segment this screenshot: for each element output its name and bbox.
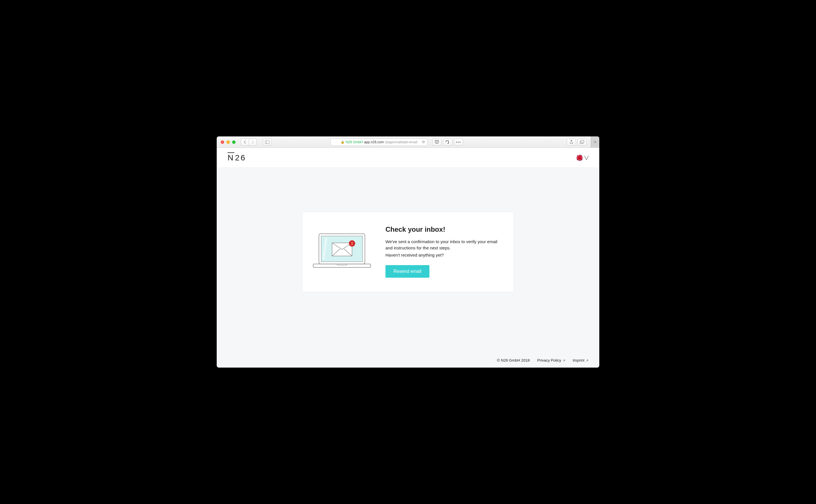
new-tab-button[interactable]: + bbox=[591, 136, 599, 148]
footer-imprint-link[interactable]: Imprint ↗ bbox=[573, 358, 589, 362]
url-path: /pages/validate-email bbox=[385, 140, 417, 144]
back-button[interactable] bbox=[241, 139, 249, 146]
minimize-window-icon[interactable] bbox=[226, 140, 230, 144]
browser-window: 🔒 N26 GmbH app.n26.com/pages/validate-em… bbox=[217, 136, 599, 368]
url-domain: app.n26.com bbox=[364, 140, 384, 144]
external-link-icon: ↗ bbox=[562, 359, 565, 362]
card-text-line2: Haven't received anything yet? bbox=[385, 252, 502, 259]
toolbar-right: ••• bbox=[432, 139, 464, 146]
browser-toolbar: 🔒 N26 GmbH app.n26.com/pages/validate-em… bbox=[217, 136, 599, 148]
logo-26: 26 bbox=[235, 153, 246, 162]
card-title: Check your inbox! bbox=[385, 225, 502, 233]
app-header: N26 ╲╱ bbox=[217, 148, 599, 168]
sidebar-button[interactable] bbox=[263, 139, 271, 146]
footer-copyright: © N26 GmbH 2018 bbox=[497, 358, 530, 362]
share-button[interactable] bbox=[567, 139, 576, 146]
footer-imprint-label: Imprint bbox=[573, 358, 585, 362]
forward-button[interactable] bbox=[249, 139, 257, 146]
n26-logo[interactable]: N26 bbox=[227, 153, 246, 162]
verify-email-card: 1 Check your inbox! We've sent a confirm… bbox=[302, 212, 514, 292]
footer: © N26 GmbH 2018 Privacy Policy ↗ Imprint… bbox=[217, 354, 599, 368]
nav-buttons bbox=[241, 139, 257, 146]
chevron-right-icon bbox=[251, 140, 254, 144]
logo-n: N bbox=[227, 153, 234, 162]
url-org: N26 GmbH bbox=[346, 140, 363, 144]
tabs-button[interactable] bbox=[578, 139, 587, 146]
svg-rect-0 bbox=[265, 140, 269, 144]
evernote-button[interactable] bbox=[443, 139, 452, 146]
more-button[interactable]: ••• bbox=[454, 139, 464, 146]
badge-count: 1 bbox=[351, 241, 353, 245]
content-area: 1 Check your inbox! We've sent a confirm… bbox=[217, 168, 599, 354]
tabs-icon bbox=[580, 140, 585, 144]
lock-icon: 🔒 bbox=[340, 140, 344, 144]
close-window-icon[interactable] bbox=[221, 140, 224, 144]
external-link-icon: ↗ bbox=[585, 359, 589, 362]
maximize-window-icon[interactable] bbox=[232, 140, 235, 144]
footer-privacy-label: Privacy Policy bbox=[537, 358, 561, 362]
evernote-icon bbox=[446, 140, 450, 144]
page: N26 ╲╱ bbox=[217, 148, 599, 368]
card-text-line1: We've sent a confirmation to your inbox … bbox=[385, 239, 502, 251]
uk-flag-icon bbox=[577, 155, 583, 161]
plus-icon: + bbox=[594, 140, 597, 145]
pocket-button[interactable] bbox=[432, 139, 442, 146]
resend-email-button[interactable]: Resend email bbox=[385, 265, 430, 278]
reload-icon[interactable]: ⟳ bbox=[422, 140, 425, 144]
card-body: Check your inbox! We've sent a confirmat… bbox=[385, 225, 502, 278]
laptop-email-illustration: 1 bbox=[313, 233, 371, 271]
window-controls bbox=[221, 140, 235, 144]
sidebar-icon bbox=[265, 140, 269, 144]
footer-privacy-link[interactable]: Privacy Policy ↗ bbox=[537, 358, 565, 362]
address-bar[interactable]: 🔒 N26 GmbH app.n26.com/pages/validate-em… bbox=[330, 138, 428, 146]
share-icon bbox=[570, 140, 573, 144]
language-picker[interactable]: ╲╱ bbox=[577, 155, 589, 161]
chevron-down-icon: ╲╱ bbox=[585, 156, 589, 160]
toolbar-far-right bbox=[567, 139, 587, 146]
chevron-left-icon bbox=[243, 140, 246, 144]
more-icon: ••• bbox=[456, 140, 462, 144]
pocket-icon bbox=[435, 140, 439, 144]
svg-rect-3 bbox=[581, 140, 584, 143]
